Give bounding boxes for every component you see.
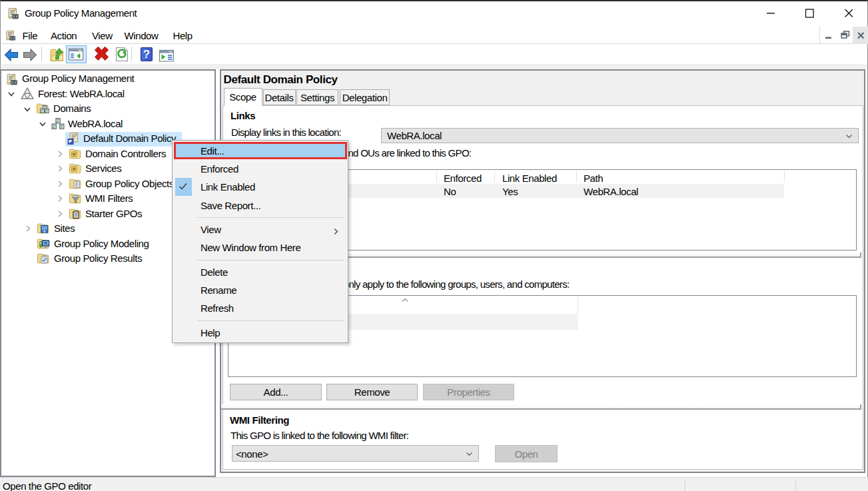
svg-text:?: ?	[143, 48, 150, 61]
